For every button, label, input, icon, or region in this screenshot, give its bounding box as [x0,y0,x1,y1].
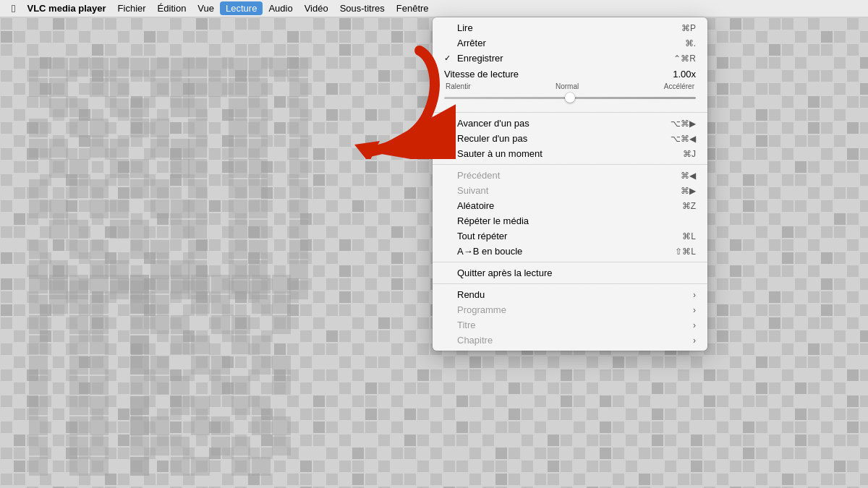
ab-boucle-shortcut: ⇧⌘L [675,247,696,257]
enregistrer-shortcut: ⌃⌘R [673,53,696,64]
sauter-moment-shortcut: ⌘J [683,149,696,159]
apple-menu[interactable]:  [6,1,21,16]
sous-titres-menu[interactable]: Sous-titres [334,1,391,15]
precedent-label: Précédent [457,170,669,181]
precedent-shortcut: ⌘◀ [681,171,696,181]
repeter-media-label: Répéter le média [457,215,684,226]
edition-menu[interactable]: Édition [152,1,192,15]
lecture-dropdown: Lire ⌘P Arrêter ⌘. ✓ Enregistrer ⌃⌘R Vit… [433,17,707,351]
enregistrer-label: Enregistrer [457,53,662,64]
avancer-pas-label: Avancer d'un pas [457,118,659,129]
arreter-label: Arrêter [457,38,673,48]
programme-label: Programme [457,304,687,315]
separator-4 [433,283,707,284]
lire-shortcut: ⌘P [681,23,696,33]
speed-normal-label: Normal [556,82,579,90]
app-name[interactable]: VLC media player [21,1,111,15]
separator-3 [433,262,707,262]
speed-section: Vitesse de lecture 1.00x Ralentir Normal… [433,66,707,109]
menu-bar:  VLC media player Fichier Édition Vue L… [0,0,868,17]
speed-slider[interactable] [444,92,696,103]
menu-item-quitter-lecture[interactable]: Quitter après la lecture [433,265,707,281]
separator-1 [433,112,707,113]
arreter-shortcut: ⌘. [685,38,696,48]
tout-repeter-label: Tout répéter [457,231,671,241]
menu-item-tout-repeter[interactable]: Tout répéter ⌘L [433,228,707,244]
programme-submenu-arrow: › [693,305,696,315]
avancer-pas-shortcut: ⌥⌘▶ [671,119,696,129]
fichier-menu[interactable]: Fichier [112,1,152,15]
menu-item-ab-boucle[interactable]: A→B en boucle ⇧⌘L [433,244,707,259]
speed-title: Vitesse de lecture [444,69,673,80]
menu-item-reculer-pas[interactable]: Reculer d'un pas ⌥⌘◀ [433,131,707,146]
video-menu[interactable]: Vidéo [299,1,334,15]
titre-label: Titre [457,320,687,330]
speed-value: 1.00x [673,69,696,80]
speed-labels: Ralentir Normal Accélérer [444,82,696,90]
suivant-shortcut: ⌘▶ [681,186,696,196]
menu-item-chapitre[interactable]: Chapitre › [433,333,707,348]
rendu-label: Rendu [457,289,687,300]
tout-repeter-shortcut: ⌘L [682,231,696,241]
menu-item-lire[interactable]: Lire ⌘P [433,20,707,35]
check-enregistrer: ✓ [444,53,456,63]
chapitre-submenu-arrow: › [693,335,696,346]
menu-item-enregistrer[interactable]: ✓ Enregistrer ⌃⌘R [433,51,707,66]
vue-menu[interactable]: Vue [192,1,220,15]
aleatoire-shortcut: ⌘Z [682,201,696,211]
speed-slider-thumb [565,93,575,103]
menu-item-rendu[interactable]: Rendu › [433,287,707,302]
menu-item-precedent[interactable]: Précédent ⌘◀ [433,168,707,183]
menu-item-programme[interactable]: Programme › [433,302,707,317]
fenetre-menu[interactable]: Fenêtre [391,1,435,15]
aleatoire-label: Aléatoire [457,200,671,211]
suivant-label: Suivant [457,185,669,196]
audio-menu[interactable]: Audio [263,1,298,15]
menu-item-sauter-moment[interactable]: Sauter à un moment ⌘J [433,146,707,161]
speed-slider-track [444,97,696,99]
menu-item-suivant[interactable]: Suivant ⌘▶ [433,183,707,198]
lire-label: Lire [457,22,670,33]
rendu-submenu-arrow: › [693,290,696,300]
chapitre-label: Chapitre [457,335,687,346]
reculer-pas-shortcut: ⌥⌘◀ [671,134,696,144]
menu-item-aleatoire[interactable]: Aléatoire ⌘Z [433,198,707,213]
menu-item-titre[interactable]: Titre › [433,317,707,333]
ab-boucle-label: A→B en boucle [457,246,663,257]
sauter-moment-label: Sauter à un moment [457,148,671,159]
quitter-lecture-label: Quitter après la lecture [457,267,684,278]
reculer-pas-label: Reculer d'un pas [457,133,659,144]
menu-item-repeter-media[interactable]: Répéter le média [433,213,707,228]
speed-slow-label: Ralentir [446,82,470,90]
menu-item-avancer-pas[interactable]: Avancer d'un pas ⌥⌘▶ [433,116,707,131]
separator-2 [433,164,707,165]
lecture-menu[interactable]: Lecture [220,1,263,15]
menu-item-arreter[interactable]: Arrêter ⌘. [433,35,707,51]
speed-fast-label: Accélérer [664,82,694,90]
titre-submenu-arrow: › [693,320,696,330]
